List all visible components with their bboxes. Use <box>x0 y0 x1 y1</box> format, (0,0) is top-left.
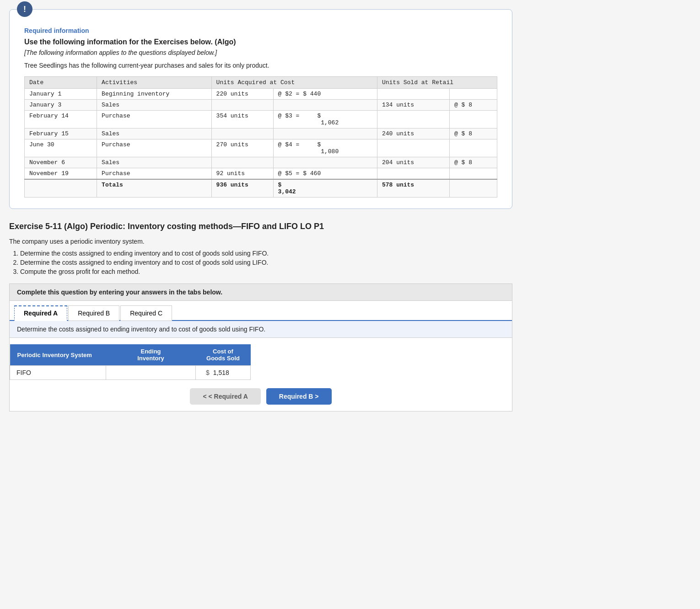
table-row: January 3 Sales 134 units @ $ 8 <box>25 100 497 111</box>
exercise-title: Exercise 5-11 (Algo) Periodic: Inventory… <box>9 222 512 231</box>
table-row: June 30 Purchase 270 units @ $4 = $ 1,08… <box>25 139 497 157</box>
exercise-tasks-list: Determine the costs assigned to ending i… <box>20 250 691 275</box>
fifo-row: FIFO $ 1,518 <box>10 366 251 380</box>
col-units-sold: Units Sold at Retail <box>377 77 497 89</box>
inventory-table: Date Activities Units Acquired at Cost U… <box>24 76 497 198</box>
active-tab-description: Determine the costs assigned to ending i… <box>10 321 512 338</box>
col-date: Date <box>25 77 97 89</box>
prev-button[interactable]: < < Required A <box>190 388 260 405</box>
table-row: November 19 Purchase 92 units @ $5 = $ 4… <box>25 168 497 180</box>
col-header-system: Periodic Inventory System <box>10 344 106 366</box>
task-2: Determine the costs assigned to ending i… <box>20 259 691 266</box>
tabs-container: Complete this question by entering your … <box>9 283 512 411</box>
dollar-sign: $ <box>202 369 210 376</box>
exclamation-icon: ! <box>17 1 32 17</box>
prev-button-label: < Required A <box>209 393 248 400</box>
cogs-value: 1,518 <box>213 369 229 376</box>
task-1: Determine the costs assigned to ending i… <box>20 250 691 257</box>
table-row: February 15 Sales 240 units @ $ 8 <box>25 128 497 139</box>
card-subtitle: [The following information applies to th… <box>24 49 497 56</box>
col-activities: Activities <box>97 77 211 89</box>
table-row: February 14 Purchase 354 units @ $3 = $ … <box>25 111 497 128</box>
next-button-label: Required B > <box>279 393 319 400</box>
table-row: November 6 Sales 204 units @ $ 8 <box>25 157 497 168</box>
tabs-instruction: Complete this question by entering your … <box>10 284 512 301</box>
tab-required-b[interactable]: Required B <box>68 305 119 321</box>
navigation-buttons: < < Required A Required B > <box>10 380 512 411</box>
col-header-ending: EndingInventory <box>106 344 196 366</box>
card-description: Tree Seedlings has the following current… <box>24 62 497 69</box>
answer-table: Periodic Inventory System EndingInventor… <box>10 344 251 380</box>
prev-chevron-icon: < <box>203 393 206 400</box>
col-header-cogs: Cost ofGoods Sold <box>196 344 251 366</box>
answer-section: Periodic Inventory System EndingInventor… <box>10 338 512 380</box>
col-units-acq: Units Acquired at Cost <box>211 77 377 89</box>
next-button[interactable]: Required B > <box>266 388 332 405</box>
tab-required-c[interactable]: Required C <box>120 305 172 321</box>
table-row: January 1 Beginning inventory 220 units … <box>25 89 497 100</box>
tabs-navigation: Required A Required B Required C <box>10 301 512 321</box>
cogs-value-cell: $ 1,518 <box>196 366 251 380</box>
exercise-description: The company uses a periodic inventory sy… <box>9 238 691 245</box>
required-info-label: Required information <box>24 27 497 34</box>
tab-required-a[interactable]: Required A <box>14 305 67 321</box>
fifo-label: FIFO <box>10 366 106 380</box>
task-3: Compute the gross profit for each method… <box>20 268 691 275</box>
totals-row: Totals 936 units $3,042 578 units <box>25 179 497 198</box>
ending-inventory-input[interactable] <box>106 366 195 379</box>
ending-inventory-input-cell[interactable] <box>106 366 196 380</box>
card-title: Use the following information for the Ex… <box>24 38 497 46</box>
info-card: ! Required information Use the following… <box>9 9 512 209</box>
